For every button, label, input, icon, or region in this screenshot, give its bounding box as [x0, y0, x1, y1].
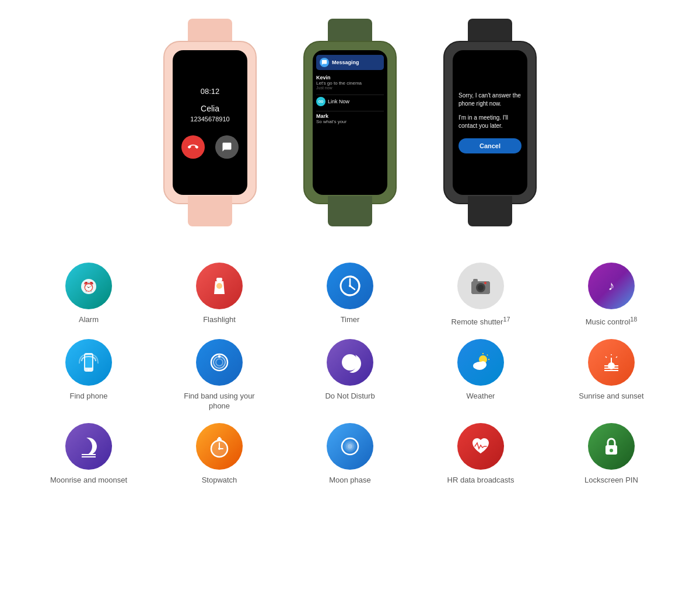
features-row-1: ⏰ Alarm Flashlight	[23, 263, 677, 327]
dnd-label: Do Not Disturb	[325, 392, 374, 401]
remote-shutter-label: Remote shutter17	[452, 315, 510, 327]
sunrise-label: Sunrise and sunset	[579, 392, 643, 401]
feature-flashlight: Flashlight	[173, 263, 266, 325]
watch-pink: 08:12 Celia 12345678910	[163, 18, 257, 228]
stopwatch-label: Stopwatch	[202, 476, 237, 485]
svg-rect-23	[218, 355, 220, 358]
watch1-time: 08:12	[201, 87, 220, 96]
feature-moon-phase: Moon phase	[303, 423, 397, 485]
svg-text:♪: ♪	[608, 278, 615, 293]
watch3-text2: I'm in a meeting. I'll contact you later…	[459, 114, 522, 130]
linknow-icon	[316, 97, 326, 106]
svg-rect-2	[216, 278, 222, 281]
music-control-label: Music control18	[586, 315, 638, 327]
dnd-icon	[327, 339, 373, 386]
watch-dark: Sorry, I can't answer the phone right no…	[443, 18, 537, 228]
alarm-label: Alarm	[79, 315, 99, 325]
svg-point-14	[484, 282, 487, 284]
features-row-3: Moonrise and moonset Stopwatch	[23, 423, 677, 485]
watch1-caller-name: Celia	[201, 104, 219, 113]
sunrise-icon	[588, 339, 635, 386]
moon-phase-icon	[327, 423, 373, 470]
messaging-label: Messaging	[332, 60, 359, 65]
watch-green: Messaging Kevin Let's go to the cinema J…	[303, 18, 397, 228]
feature-alarm: ⏰ Alarm	[42, 263, 135, 325]
decline-button[interactable]	[181, 135, 205, 159]
svg-line-26	[487, 355, 488, 355]
feature-sunrise: Sunrise and sunset	[565, 339, 658, 401]
features-section: ⏰ Alarm Flashlight	[0, 251, 700, 515]
weather-icon	[457, 339, 504, 386]
svg-text:⏰: ⏰	[83, 281, 94, 292]
cancel-button[interactable]: Cancel	[459, 138, 522, 153]
timer-label: Timer	[341, 315, 360, 325]
message-button[interactable]	[215, 135, 239, 159]
svg-rect-44	[218, 437, 220, 439]
lockscreen-icon	[588, 423, 635, 470]
timer-icon	[327, 263, 373, 309]
svg-point-30	[480, 361, 487, 368]
svg-point-19	[88, 369, 90, 371]
svg-point-12	[478, 285, 484, 291]
weather-label: Weather	[467, 392, 495, 401]
remote-shutter-icon	[457, 263, 504, 309]
feature-timer: Timer	[303, 263, 397, 325]
feature-stopwatch: Stopwatch	[173, 423, 266, 485]
feature-weather: Weather	[434, 339, 527, 401]
moonrise-icon	[65, 423, 112, 470]
svg-point-3	[216, 283, 222, 289]
feature-dnd: Do Not Disturb	[303, 339, 397, 401]
mark-message: So what's your	[316, 119, 384, 124]
moon-phase-label: Moon phase	[329, 476, 371, 485]
svg-line-38	[616, 357, 617, 358]
feature-find-band: Find band using your phone	[173, 339, 266, 411]
flashlight-label: Flashlight	[203, 315, 236, 325]
moonrise-label: Moonrise and moonset	[50, 476, 127, 485]
lockscreen-label: Lockscreen PIN	[584, 476, 638, 485]
sender-kevin: Kevin	[316, 75, 384, 81]
kevin-time: Just now	[316, 86, 384, 90]
feature-find-phone: Find phone	[42, 339, 135, 401]
find-band-icon	[196, 339, 243, 386]
feature-lockscreen: Lockscreen PIN	[565, 423, 658, 485]
find-phone-icon	[65, 339, 112, 386]
svg-rect-13	[473, 279, 478, 282]
feature-remote-shutter: Remote shutter17	[434, 263, 527, 327]
hr-label: HR data broadcasts	[447, 476, 514, 485]
sender-mark: Mark	[316, 113, 384, 119]
svg-point-22	[216, 359, 223, 366]
find-phone-label: Find phone	[69, 392, 107, 401]
svg-point-47	[218, 448, 220, 450]
messaging-icon	[320, 58, 329, 67]
svg-point-53	[610, 449, 613, 452]
watches-section: 08:12 Celia 12345678910	[0, 0, 700, 251]
music-control-icon: ♪	[588, 263, 635, 309]
svg-point-8	[349, 285, 351, 287]
flashlight-icon	[196, 263, 243, 309]
feature-moonrise: Moonrise and moonset	[42, 423, 135, 485]
watch3-text1: Sorry, I can't answer the phone right no…	[459, 92, 522, 108]
svg-point-29	[473, 363, 479, 369]
features-row-2: Find phone Find band using your phone	[23, 339, 677, 411]
kevin-message: Let's go to the cinema	[316, 81, 384, 86]
linknow-label: Link Now	[328, 99, 349, 104]
svg-line-37	[606, 357, 607, 358]
stopwatch-icon	[196, 423, 243, 470]
svg-point-51	[348, 444, 352, 449]
find-band-label: Find band using your phone	[173, 392, 266, 411]
feature-music-control: ♪ Music control18	[565, 263, 658, 327]
alarm-icon: ⏰	[65, 263, 112, 309]
hr-icon	[457, 423, 504, 470]
watch1-number: 12345678910	[190, 116, 229, 123]
feature-hr: HR data broadcasts	[434, 423, 527, 485]
